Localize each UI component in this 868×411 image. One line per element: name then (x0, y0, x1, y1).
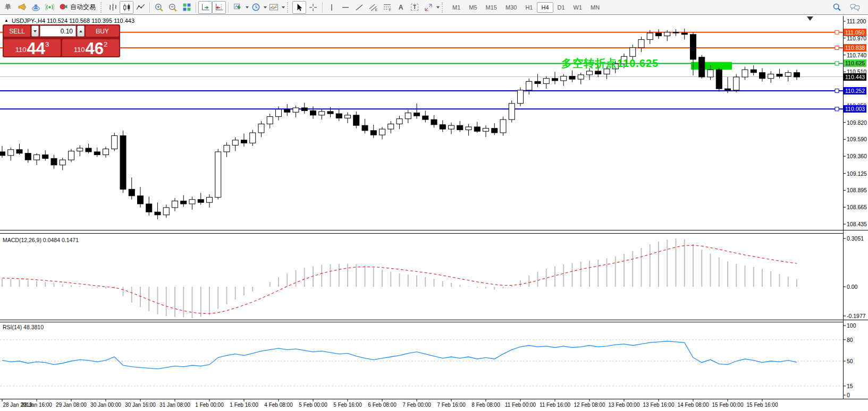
volume-decrease-button[interactable] (31, 25, 39, 37)
rsi-line (2, 341, 797, 369)
candle (172, 201, 178, 207)
community-cloud-icon[interactable] (29, 1, 43, 14)
sell-button[interactable]: SELL (4, 25, 30, 37)
time-axis-label: 4 Feb 08:00 (264, 402, 292, 408)
timeframe-button-mn[interactable]: MN (586, 2, 604, 13)
timeframe-button-m30[interactable]: M30 (501, 2, 521, 13)
candle (258, 124, 264, 133)
candle (587, 71, 593, 75)
candle (569, 76, 575, 80)
hline-handle[interactable] (835, 107, 839, 111)
chevron-down-icon[interactable] (436, 6, 440, 8)
sell-price-display[interactable]: 110 44 3 (4, 39, 61, 56)
timeframe-button-h1[interactable]: H1 (521, 2, 537, 13)
text-label-tool-button[interactable]: T (408, 1, 422, 14)
candle (509, 104, 515, 119)
time-axis-label: 7 Feb 00:00 (402, 402, 431, 408)
templates-button[interactable] (267, 1, 281, 14)
time-axis-label: 14 Feb 08:00 (678, 402, 709, 408)
collapse-panel-arrow-icon[interactable]: ▲ (4, 19, 9, 23)
toolbar-grip (100, 2, 104, 13)
line-chart-type-button[interactable] (133, 1, 147, 14)
equidistant-channel-tool-button[interactable]: E (366, 1, 380, 14)
time-axis-label: 5 Feb 00:00 (299, 402, 327, 408)
chart-canvas[interactable] (0, 0, 868, 411)
svg-text:E: E (375, 8, 377, 12)
time-axis-label: 6 Feb 08:00 (368, 402, 396, 408)
search-icon[interactable] (830, 1, 844, 14)
time-axis-label: 15 Feb 00:00 (712, 402, 744, 408)
main-toolbar: 单 自动交易 (0, 0, 868, 15)
buy-price-big: 46 (86, 42, 104, 55)
crosshair-tool-button[interactable] (306, 1, 320, 14)
time-axis-label: 15 Feb 16:00 (747, 402, 778, 408)
new-order-button[interactable]: 单 (1, 1, 15, 14)
megaphone-icon[interactable] (15, 1, 29, 14)
buy-price-display[interactable]: 110 46 2 (62, 39, 119, 56)
candle (449, 125, 454, 129)
chart-shift-button[interactable] (212, 1, 226, 14)
volume-input[interactable] (40, 25, 76, 37)
pivot-annotation-text: 多空转折点110.625 (561, 56, 659, 71)
svg-text:F: F (389, 8, 391, 12)
signal-broadcast-icon[interactable] (43, 1, 56, 14)
price-badge[interactable]: 110.838 (844, 44, 866, 52)
candle (370, 131, 376, 135)
pivot-zone-box[interactable] (691, 62, 732, 70)
candle (414, 113, 420, 116)
rsi-indicator-label: RSI(14) 48.3810 (3, 324, 44, 330)
candle (777, 74, 782, 76)
price-tick-label: 108.895 (847, 187, 867, 193)
volume-increase-button[interactable] (77, 25, 85, 37)
timeframe-button-m15[interactable]: M15 (482, 2, 501, 13)
candle (16, 150, 22, 153)
hline-handle[interactable] (835, 30, 839, 34)
chevron-down-icon[interactable] (282, 6, 285, 8)
fibonacci-tool-button[interactable]: F (380, 1, 394, 14)
timeframe-button-m5[interactable]: M5 (465, 2, 481, 13)
zoom-in-button[interactable] (152, 1, 166, 14)
candle (51, 158, 57, 165)
time-axis-label: 31 Jan 08:00 (159, 402, 190, 408)
arrows-tool-button[interactable] (422, 1, 435, 14)
auto-trading-button[interactable]: 自动交易 (56, 2, 98, 13)
price-badge[interactable]: 110.252 (844, 87, 866, 95)
price-tick-label: 108.435 (847, 221, 867, 227)
timeframe-button-m1[interactable]: M1 (448, 2, 465, 13)
candlestick-chart-type-button[interactable] (120, 1, 133, 14)
auto-scroll-button[interactable] (198, 1, 212, 14)
bar-chart-type-button[interactable] (106, 1, 120, 14)
text-tool-button[interactable]: A (394, 1, 408, 14)
candle (794, 73, 800, 77)
horizontal-line-tool-button[interactable] (339, 1, 352, 14)
caret-down-icon (33, 30, 37, 32)
candle (86, 148, 91, 152)
price-tick-label: 110.740 (847, 52, 866, 58)
vertical-line-tool-button[interactable] (325, 1, 339, 14)
periods-clock-button[interactable] (249, 1, 263, 14)
price-badge[interactable]: 110.625 (844, 59, 866, 67)
candle (146, 204, 152, 212)
price-badge[interactable]: 111.050 (844, 29, 866, 36)
price-badge[interactable]: 110.003 (844, 105, 866, 113)
hline-handle[interactable] (835, 46, 839, 50)
chat-icon[interactable] (848, 1, 862, 14)
cursor-tool-button[interactable] (292, 1, 306, 14)
timeframe-button-h4[interactable]: H4 (537, 2, 553, 13)
candle (474, 127, 480, 131)
macd-axis-label: 0.3051 (847, 235, 864, 242)
trendline-tool-button[interactable] (352, 1, 366, 14)
zoom-out-button[interactable] (166, 1, 180, 14)
sell-price-big: 44 (27, 42, 45, 55)
timeframe-button-d1[interactable]: D1 (553, 2, 569, 13)
hline-handle[interactable] (835, 89, 839, 92)
tile-windows-button[interactable] (180, 1, 193, 14)
candle (310, 111, 316, 115)
hline-handle[interactable] (835, 62, 839, 65)
new-chart-button[interactable] (231, 1, 245, 14)
auto-trading-icon (59, 2, 68, 13)
price-tick-label: 108.665 (847, 204, 867, 210)
buy-button[interactable]: BUY (86, 25, 119, 37)
timeframe-group: M1M5M15M30H1H4D1W1MN (448, 2, 604, 13)
timeframe-button-w1[interactable]: W1 (569, 2, 587, 13)
